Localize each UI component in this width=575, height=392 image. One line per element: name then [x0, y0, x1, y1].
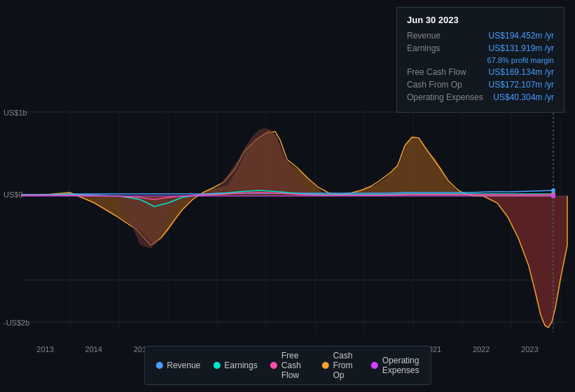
tooltip-date: Jun 30 2023	[407, 15, 554, 25]
x-label-2014: 2014	[85, 345, 102, 354]
legend-dot-fcf	[270, 362, 277, 369]
chart-legend: Revenue Earnings Free Cash Flow Cash Fro…	[144, 346, 431, 385]
tooltip-label-earnings: Earnings	[407, 43, 484, 53]
tooltip-label-revenue: Revenue	[407, 31, 484, 41]
x-label-2013: 2013	[36, 345, 53, 354]
x-label-2022: 2022	[473, 345, 490, 354]
y-label-1b: US$1b	[4, 108, 27, 117]
legend-item-opex: Operating Expenses	[371, 356, 420, 375]
tooltip-value-opex: US$40.304m /yr	[493, 92, 554, 102]
data-tooltip: Jun 30 2023 Revenue US$194.452m /yr Earn…	[396, 7, 564, 113]
x-label-2023: 2023	[521, 345, 538, 354]
svg-point-21	[551, 194, 555, 198]
tooltip-profit-margin: 67.8% profit margin	[487, 56, 554, 64]
tooltip-row-earnings: Earnings US$131.919m /yr	[407, 43, 554, 53]
legend-item-fcf: Free Cash Flow	[270, 351, 310, 380]
legend-item-revenue: Revenue	[155, 360, 200, 370]
legend-dot-revenue	[155, 362, 162, 369]
tooltip-label-fcf: Free Cash Flow	[407, 67, 484, 77]
tooltip-value-revenue: US$194.452m /yr	[489, 31, 554, 41]
legend-label-fcf: Free Cash Flow	[282, 351, 310, 380]
tooltip-value-earnings: US$131.919m /yr	[489, 43, 554, 53]
tooltip-value-cashfromop: US$172.107m /yr	[489, 80, 554, 90]
legend-dot-cashfromop	[321, 362, 328, 369]
legend-dot-earnings	[213, 362, 220, 369]
legend-label-opex: Operating Expenses	[382, 356, 420, 375]
tooltip-label-cashfromop: Cash From Op	[407, 80, 484, 90]
tooltip-label-opex: Operating Expenses	[407, 92, 484, 102]
tooltip-row-opex: Operating Expenses US$40.304m /yr	[407, 92, 554, 102]
legend-label-cashfromop: Cash From Op	[333, 351, 358, 380]
y-label-neg2b: -US$2b	[4, 318, 29, 327]
y-label-0: US$0	[4, 190, 23, 199]
legend-dot-opex	[371, 362, 378, 369]
legend-label-earnings: Earnings	[224, 360, 257, 370]
tooltip-value-fcf: US$169.134m /yr	[489, 67, 554, 77]
legend-item-cashfromop: Cash From Op	[321, 351, 358, 380]
chart-container: US$1b US$0 -US$2b 2013 2014 2015 2016 20…	[0, 0, 575, 392]
legend-label-revenue: Revenue	[167, 360, 200, 370]
tooltip-row-revenue: Revenue US$194.452m /yr	[407, 31, 554, 41]
tooltip-row-fcf: Free Cash Flow US$169.134m /yr	[407, 67, 554, 77]
legend-item-earnings: Earnings	[213, 360, 257, 370]
tooltip-row-cashfromop: Cash From Op US$172.107m /yr	[407, 80, 554, 90]
tooltip-profit-margin-row: 67.8% profit margin	[407, 56, 554, 64]
